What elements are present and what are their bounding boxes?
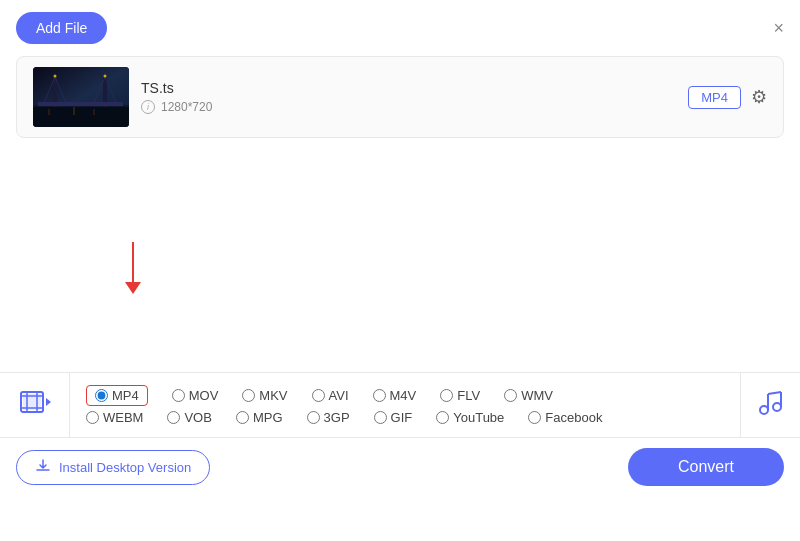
- format-option-vob[interactable]: VOB: [167, 410, 211, 425]
- file-info: TS.ts i 1280*720: [141, 80, 676, 114]
- format-label-webm: WEBM: [103, 410, 143, 425]
- format-option-youtube[interactable]: YouTube: [436, 410, 504, 425]
- format-option-mpg[interactable]: MPG: [236, 410, 283, 425]
- footer: Install Desktop Version Convert: [0, 438, 800, 496]
- format-badge-button[interactable]: MP4: [688, 86, 741, 109]
- format-label-m4v: M4V: [390, 388, 417, 403]
- svg-rect-0: [33, 67, 129, 127]
- format-label-avi: AVI: [329, 388, 349, 403]
- svg-rect-1: [33, 105, 129, 127]
- svg-rect-8: [38, 102, 123, 106]
- format-option-flv[interactable]: FLV: [440, 388, 480, 403]
- svg-point-10: [104, 75, 107, 78]
- format-radio-wmv[interactable]: [504, 389, 517, 402]
- format-radio-vob[interactable]: [167, 411, 180, 424]
- music-format-icon-area[interactable]: [740, 373, 800, 437]
- file-name: TS.ts: [141, 80, 676, 96]
- file-meta: i 1280*720: [141, 100, 676, 114]
- svg-rect-13: [93, 109, 95, 115]
- arrow-line: [132, 242, 134, 282]
- format-radio-youtube[interactable]: [436, 411, 449, 424]
- format-radio-flv[interactable]: [440, 389, 453, 402]
- svg-point-22: [773, 403, 781, 411]
- format-option-3gp[interactable]: 3GP: [307, 410, 350, 425]
- file-actions: MP4 ⚙: [688, 86, 767, 109]
- format-label-wmv: WMV: [521, 388, 553, 403]
- format-row-1: MP4 MOV MKV AVI M4V FLV: [86, 385, 724, 406]
- format-label-mpg: MPG: [253, 410, 283, 425]
- close-button[interactable]: ×: [773, 19, 784, 37]
- svg-marker-20: [46, 398, 51, 406]
- video-format-icon-area: [0, 373, 70, 437]
- info-icon: i: [141, 100, 155, 114]
- arrow-indicator: [125, 242, 141, 294]
- format-radio-facebook[interactable]: [528, 411, 541, 424]
- format-option-avi[interactable]: AVI: [312, 388, 349, 403]
- format-panel: MP4 MOV MKV AVI M4V FLV: [0, 372, 800, 438]
- format-label-3gp: 3GP: [324, 410, 350, 425]
- format-options: MP4 MOV MKV AVI M4V FLV: [70, 373, 740, 437]
- middle-area: [0, 142, 800, 372]
- format-label-flv: FLV: [457, 388, 480, 403]
- format-radio-mp4[interactable]: [95, 389, 108, 402]
- file-thumbnail: [33, 67, 129, 127]
- file-row: TS.ts i 1280*720 MP4 ⚙: [16, 56, 784, 138]
- format-option-gif[interactable]: GIF: [374, 410, 413, 425]
- format-option-wmv[interactable]: WMV: [504, 388, 553, 403]
- format-row-2: WEBM VOB MPG 3GP GIF YouTube: [86, 410, 724, 425]
- format-option-webm[interactable]: WEBM: [86, 410, 143, 425]
- arrow-head: [125, 282, 141, 294]
- format-label-vob: VOB: [184, 410, 211, 425]
- format-option-mkv[interactable]: MKV: [242, 388, 287, 403]
- format-option-facebook[interactable]: Facebook: [528, 410, 602, 425]
- format-option-mp4[interactable]: MP4: [86, 385, 148, 406]
- format-radio-gif[interactable]: [374, 411, 387, 424]
- format-label-mp4: MP4: [112, 388, 139, 403]
- format-option-mov[interactable]: MOV: [172, 388, 219, 403]
- format-radio-mpg[interactable]: [236, 411, 249, 424]
- format-radio-mkv[interactable]: [242, 389, 255, 402]
- svg-rect-12: [73, 107, 75, 115]
- format-radio-mov[interactable]: [172, 389, 185, 402]
- settings-button[interactable]: ⚙: [751, 86, 767, 108]
- video-icon: [19, 386, 51, 425]
- format-radio-avi[interactable]: [312, 389, 325, 402]
- svg-rect-11: [48, 109, 50, 115]
- music-icon: [757, 388, 785, 422]
- install-label: Install Desktop Version: [59, 460, 191, 475]
- svg-point-9: [54, 75, 57, 78]
- format-radio-3gp[interactable]: [307, 411, 320, 424]
- format-label-gif: GIF: [391, 410, 413, 425]
- format-radio-webm[interactable]: [86, 411, 99, 424]
- format-label-youtube: YouTube: [453, 410, 504, 425]
- svg-line-25: [768, 392, 781, 394]
- format-option-m4v[interactable]: M4V: [373, 388, 417, 403]
- svg-point-21: [760, 406, 768, 414]
- add-file-button[interactable]: Add File: [16, 12, 107, 44]
- format-radio-m4v[interactable]: [373, 389, 386, 402]
- convert-button[interactable]: Convert: [628, 448, 784, 486]
- file-resolution: 1280*720: [161, 100, 212, 114]
- format-label-facebook: Facebook: [545, 410, 602, 425]
- install-download-icon: [35, 458, 51, 477]
- install-desktop-button[interactable]: Install Desktop Version: [16, 450, 210, 485]
- format-label-mkv: MKV: [259, 388, 287, 403]
- format-label-mov: MOV: [189, 388, 219, 403]
- header: Add File ×: [0, 0, 800, 52]
